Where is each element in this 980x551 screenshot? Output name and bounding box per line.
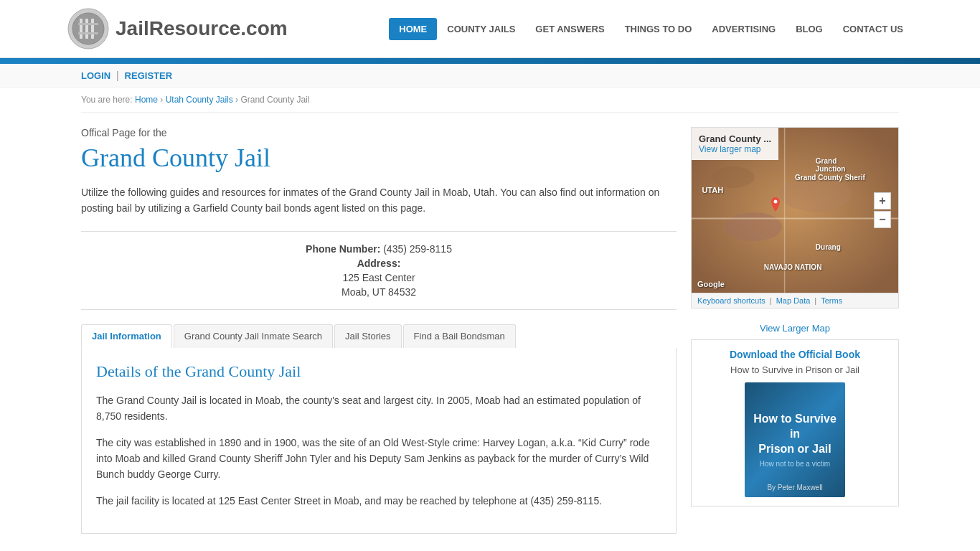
view-larger-map-container: View Larger Map bbox=[691, 317, 899, 339]
nav-advertising[interactable]: ADVERTISING bbox=[702, 18, 786, 40]
breadcrumb: You are here: Home › Utah County Jails ›… bbox=[81, 88, 899, 113]
address-label: Address: bbox=[357, 258, 401, 269]
nav-contact-us[interactable]: CONTACT US bbox=[833, 18, 913, 40]
nav-blog[interactable]: BLOG bbox=[786, 18, 833, 40]
login-link[interactable]: LOGIN bbox=[81, 70, 110, 81]
map-container: Grand County ... View larger map bbox=[691, 127, 899, 309]
map-view-larger-link[interactable]: View larger map bbox=[699, 144, 771, 154]
nav-things-to-do[interactable]: THINGS TO DO bbox=[615, 18, 702, 40]
book-download-link[interactable]: Download the Official Book bbox=[700, 349, 890, 360]
svg-rect-6 bbox=[78, 32, 98, 34]
map-footer: Keyboard shortcuts | Map Data | Terms bbox=[692, 293, 898, 308]
keyboard-shortcuts-link[interactable]: Keyboard shortcuts bbox=[697, 296, 765, 305]
svg-rect-4 bbox=[91, 19, 94, 39]
logo-icon bbox=[67, 7, 110, 50]
map-data-link[interactable]: Map Data bbox=[776, 296, 811, 305]
book-sidebar: Download the Official Book How to Surviv… bbox=[691, 339, 899, 507]
address-line1: 125 East Center bbox=[342, 272, 415, 283]
book-cover-subtitle: How not to be a victim bbox=[760, 460, 830, 468]
details-para1: The Grand County Jail is located in Moab… bbox=[96, 392, 661, 425]
svg-rect-5 bbox=[78, 23, 98, 25]
book-cover[interactable]: How to Survive inPrison or Jail How not … bbox=[745, 382, 845, 497]
tab-inmate-search[interactable]: Grand County Jail Inmate Search bbox=[174, 324, 333, 348]
breadcrumb-home[interactable]: Home bbox=[135, 95, 158, 105]
breadcrumb-prefix: You are here: bbox=[81, 95, 133, 105]
svg-point-10 bbox=[712, 166, 755, 188]
breadcrumb-current: Grand County Jail bbox=[240, 95, 309, 105]
map-label-navajo: NAVAJO NATION bbox=[764, 263, 822, 271]
main-nav: HOME COUNTY JAILS GET ANSWERS THINGS TO … bbox=[389, 18, 913, 40]
nav-county-jails[interactable]: COUNTY JAILS bbox=[437, 18, 525, 40]
svg-point-8 bbox=[725, 212, 782, 241]
phone-number: (435) 259-8115 bbox=[383, 243, 452, 255]
details-title: Details of the Grand County Jail bbox=[96, 362, 661, 381]
map-zoom-out[interactable]: − bbox=[874, 211, 891, 228]
nav-home[interactable]: HOME bbox=[389, 18, 437, 40]
map-terms-link[interactable]: Terms bbox=[821, 296, 842, 305]
details-para2: The city was established in 1890 and in … bbox=[96, 435, 661, 483]
svg-point-13 bbox=[774, 199, 778, 203]
breadcrumb-county[interactable]: Utah County Jails bbox=[166, 95, 233, 105]
description-text: Utilize the following guides and resourc… bbox=[81, 184, 677, 217]
official-label: Offical Page for the bbox=[81, 127, 677, 138]
svg-rect-3 bbox=[85, 19, 88, 39]
svg-rect-2 bbox=[80, 19, 83, 39]
map-label-county-sheriff: Grand County Sherif bbox=[795, 174, 865, 182]
phone-label: Phone Number: bbox=[306, 243, 380, 255]
tabs-container: Jail Information Grand County Jail Inmat… bbox=[81, 324, 677, 534]
map-label-grand-junction: GrandJunction bbox=[816, 157, 846, 173]
google-label: Google bbox=[697, 280, 725, 288]
tab-jail-info[interactable]: Jail Information bbox=[81, 324, 172, 348]
nav-get-answers[interactable]: GET ANSWERS bbox=[525, 18, 614, 40]
info-table: Phone Number: (435) 259-8115 Address: 12… bbox=[81, 231, 677, 310]
details-para3: The jail facility is located at 125 East… bbox=[96, 493, 661, 509]
view-larger-map-link[interactable]: View Larger Map bbox=[760, 323, 830, 334]
book-cover-title: How to Survive inPrison or Jail bbox=[752, 412, 838, 456]
separator: | bbox=[116, 70, 119, 81]
page-title: Grand County Jail bbox=[81, 143, 677, 173]
tab-jail-stories[interactable]: Jail Stories bbox=[334, 324, 402, 348]
map-title: Grand County ... bbox=[699, 133, 771, 144]
map-label-utah: UTAH bbox=[702, 186, 723, 194]
book-subtitle: How to Survive in Prison or Jail bbox=[700, 364, 890, 375]
site-logo: JailResource.com bbox=[116, 17, 288, 40]
tab-bail-bondsman[interactable]: Find a Bail Bondsman bbox=[403, 324, 516, 348]
map-label-durango: Durang bbox=[816, 243, 841, 251]
blue-stripe bbox=[0, 58, 980, 64]
address-line2: Moab, UT 84532 bbox=[341, 286, 416, 298]
map-controls: + − bbox=[874, 192, 891, 228]
register-link[interactable]: REGISTER bbox=[125, 70, 172, 81]
map-zoom-in[interactable]: + bbox=[874, 192, 891, 209]
map-pin[interactable] bbox=[770, 197, 781, 212]
book-cover-author: By Peter Maxwell bbox=[767, 484, 822, 491]
